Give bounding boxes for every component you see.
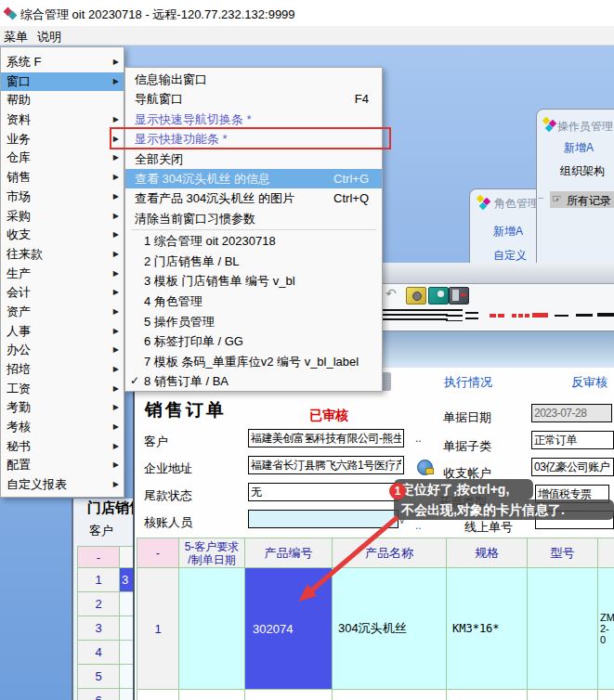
submenu-window-8-checked[interactable]: ✓8 销售订单 / BA — [125, 371, 382, 392]
execution-status-link[interactable]: 执行情况 — [444, 374, 492, 391]
balance-status-input[interactable] — [248, 483, 398, 501]
menu-item-sales[interactable]: 销售▶ — [1, 168, 124, 188]
submenu-item-view-info[interactable]: 查看 304沉头机丝 的信息Ctrl+G — [125, 169, 382, 188]
empty-row-cell[interactable] — [137, 690, 179, 700]
operator-management-window[interactable]: 操作员管理 新增A 组织架构 ┄ ☞ 所有记录 — [536, 109, 614, 265]
mini-row-number[interactable]: 2 — [78, 592, 120, 616]
customer-input[interactable] — [248, 429, 404, 447]
role-window-title: 角色管理 — [494, 196, 539, 212]
empty-row-cell[interactable] — [179, 690, 245, 700]
menu-item-assessment[interactable]: 考核▶ — [1, 418, 124, 437]
unaudit-link[interactable]: 反审核 — [571, 374, 607, 391]
line-style-icon[interactable] — [446, 309, 463, 321]
tree-dots-icon: ┄ — [538, 193, 543, 203]
line-style-icon[interactable] — [404, 309, 426, 321]
menu-item-business[interactable]: 业务▶ — [1, 130, 124, 149]
balance-status-label: 尾款状态 — [144, 487, 192, 504]
model-cell[interactable] — [528, 568, 598, 690]
line-style-icon[interactable] — [425, 309, 448, 321]
menu-item-data[interactable]: 资料▶ — [1, 110, 124, 130]
submenu-expand-icon: ▶ — [113, 188, 119, 207]
menu-item-help[interactable]: 帮助 — [1, 91, 124, 110]
main-dropdown-menu: 系统 F▶ 窗口▶ 帮助 资料▶ 业务▶ 仓库▶ 销售▶ 市场▶ 采购▶ 收支▶… — [0, 46, 124, 498]
operator-add-link[interactable]: 新增A — [564, 140, 594, 156]
menu-item-salary[interactable]: 工资▶ — [1, 380, 124, 399]
mini-row-number[interactable]: 1 — [78, 568, 120, 592]
menu-item-hr[interactable]: 人事▶ — [1, 322, 124, 342]
customer-picker-dots[interactable]: .. — [415, 432, 422, 445]
menu-item-secretary[interactable]: 秘书▶ — [1, 437, 124, 457]
submenu-expand-icon: ▶ — [113, 72, 119, 92]
menu-item-production[interactable]: 生产▶ — [1, 265, 124, 284]
submenu-window-1[interactable]: 1 综合管理 oit 20230718 — [125, 231, 382, 252]
menu-item-warehouse[interactable]: 仓库▶ — [1, 149, 124, 168]
spec-cell[interactable]: KM3*16* — [447, 568, 528, 690]
menu-item-purchase[interactable]: 采购▶ — [1, 207, 124, 227]
tooltip-line-1: 定位好了,按ctrl+g, — [394, 479, 533, 499]
menu-item-assets[interactable]: 资产▶ — [1, 303, 124, 322]
menubar-item-mainmenu[interactable]: 菜单 — [0, 28, 32, 46]
operator-tree-selected-row[interactable]: ┄ ☞ 所有记录 — [550, 191, 614, 208]
online-picker-dots[interactable]: .. — [415, 519, 422, 532]
preview-icon[interactable] — [428, 287, 449, 305]
empty-row-cell[interactable] — [333, 690, 447, 700]
submenu-item-clear-params[interactable]: 清除当前窗口习惯参数 — [125, 209, 382, 228]
line-style-icon[interactable] — [465, 312, 478, 319]
submenu-item-view-picture[interactable]: 查看产品 304沉头机丝 的图片Ctrl+Q — [125, 188, 382, 208]
submenu-window-5[interactable]: 5 操作员管理 — [125, 312, 382, 332]
menu-item-recruit[interactable]: 招培▶ — [1, 360, 124, 380]
submenu-window-7[interactable]: 7 模板 条码_单重库位v2 编号 v_bl_label — [125, 352, 382, 372]
submenu-window-2[interactable]: 2 门店销售单 / BL — [125, 252, 382, 272]
empty-row-cell[interactable] — [528, 690, 598, 700]
col-header-extra[interactable] — [598, 538, 614, 568]
submenu-window-3[interactable]: 3 模板 门店销售单 编号 v_bl — [125, 271, 382, 292]
extra-cell[interactable]: ZM1 2-0 — [598, 568, 614, 690]
menu-item-office[interactable]: 办公▶ — [1, 341, 124, 360]
store-sale-window[interactable]: 门店销售单 客户 - 1 3 2 3 4 5 6 — [72, 499, 136, 700]
menu-item-income-expense[interactable]: 收支▶ — [1, 226, 124, 245]
line-style-icon[interactable] — [383, 309, 405, 321]
col-header-request-date[interactable]: 5-客户要求 /制单日期 — [179, 538, 245, 568]
empty-row-cell[interactable] — [447, 690, 528, 700]
account-globe-icon[interactable] — [417, 460, 433, 475]
empty-row-cell[interactable] — [598, 690, 614, 700]
store-sale-customer-label: 客户 — [89, 523, 113, 539]
menu-item-market[interactable]: 市场▶ — [1, 188, 124, 207]
mini-row-number[interactable]: 3 — [78, 616, 120, 641]
col-header-model[interactable]: 型号 — [528, 538, 598, 568]
doc-date-input[interactable] — [531, 404, 612, 422]
mini-col-header[interactable]: - — [78, 547, 120, 568]
role-add-link[interactable]: 新增A — [493, 224, 523, 240]
menu-item-system[interactable]: 系统 F▶ — [1, 53, 124, 72]
menubar-item-help[interactable]: 说明 — [33, 28, 65, 46]
col-header-select[interactable]: - — [137, 538, 179, 568]
undo-icon[interactable]: ↶ — [385, 286, 397, 301]
submenu-window-6[interactable]: 6 标签打印单 / GG — [125, 331, 382, 352]
address-input[interactable] — [248, 456, 404, 474]
print-icon[interactable] — [406, 287, 426, 305]
empty-row-cell[interactable] — [245, 690, 333, 700]
menu-item-attendance[interactable]: 考勤▶ — [1, 398, 124, 418]
mini-row-number[interactable]: 6 — [78, 689, 120, 700]
mini-row-number[interactable]: 5 — [78, 665, 120, 689]
request-date-cell[interactable] — [179, 568, 245, 690]
menu-item-accounting[interactable]: 会计▶ — [1, 283, 124, 303]
account-input[interactable] — [531, 458, 614, 476]
submenu-item-info-output[interactable]: 信息输出窗口 — [125, 70, 382, 89]
role-window-icon — [477, 195, 490, 210]
submenu-item-nav-window[interactable]: 导航窗口F4 — [125, 89, 382, 109]
menu-item-accounts[interactable]: 往来款▶ — [1, 245, 124, 265]
menu-item-custom-report[interactable]: 自定义报表▶ — [1, 475, 124, 495]
menu-item-config[interactable]: 配置▶ — [1, 456, 124, 475]
doc-subtype-input[interactable] — [531, 431, 614, 449]
submenu-window-4[interactable]: 4 角色管理 — [125, 292, 382, 312]
exit-door-icon[interactable] — [449, 287, 469, 305]
menu-item-window[interactable]: 窗口▶ — [1, 72, 124, 92]
submenu-item-close-all[interactable]: 全部关闭 — [125, 149, 382, 169]
submenu-item-show-nav-bar[interactable]: 显示快速导航切换条 * — [125, 110, 382, 129]
mini-row-number[interactable]: 4 — [78, 641, 120, 665]
col-header-spec[interactable]: 规格 — [447, 538, 528, 568]
role-custom-link[interactable]: 自定义 — [493, 248, 527, 264]
row-number-cell[interactable]: 1 — [137, 568, 179, 690]
app-icon — [4, 6, 17, 19]
